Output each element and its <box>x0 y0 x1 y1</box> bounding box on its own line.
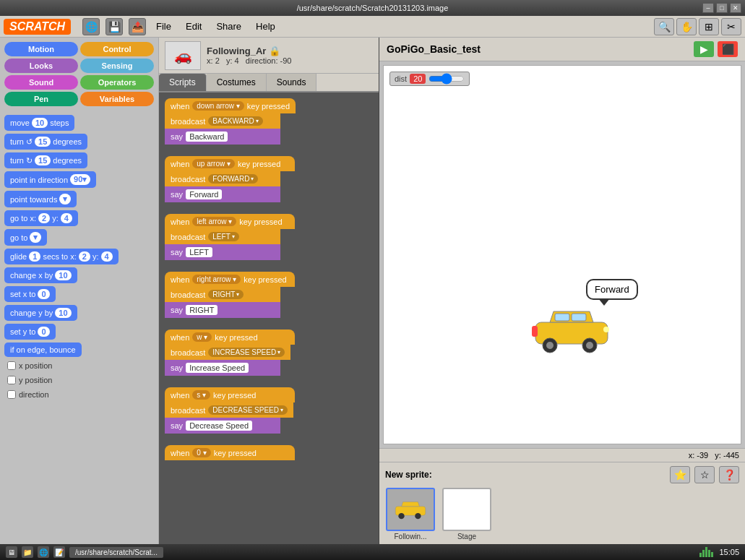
close-btn[interactable]: ✕ <box>730 3 741 13</box>
hat-down-arrow[interactable]: when down arrow ▾ key pressed <box>165 98 296 113</box>
taskbar-icon3[interactable]: 🌐 <box>38 546 49 558</box>
hat-up-arrow[interactable]: when up arrow ▾ key pressed <box>165 156 295 171</box>
save-icon[interactable]: 💾 <box>105 18 123 35</box>
sound-bar-4 <box>708 550 710 557</box>
block-change-y[interactable]: change y by 10 <box>4 305 77 321</box>
taskbar-app-icon[interactable]: 🖥 <box>6 546 17 558</box>
block-bounce[interactable]: if on edge, bounce <box>4 343 82 357</box>
var-slider[interactable] <box>429 76 465 82</box>
block-set-x[interactable]: set x to 0 <box>4 286 56 302</box>
block-say-increase[interactable]: say Increase Speed <box>165 360 280 376</box>
speech-bubble: Forward <box>586 279 638 300</box>
block-say-left[interactable]: say LEFT <box>165 244 280 260</box>
block-turn-ccw[interactable]: turn ↺ 15 degrees <box>4 134 87 150</box>
taskbar-window[interactable]: /usr/share/scratch/Scrat... <box>69 547 163 558</box>
main-content: Motion Control Looks Sensing Sound Opera… <box>0 38 745 544</box>
key-right-arrow: right arrow ▾ <box>192 275 241 284</box>
globe-icon[interactable]: 🌐 <box>82 18 100 35</box>
share-icon[interactable]: 📤 <box>129 18 146 35</box>
script-decrease-speed: when s ▾ key pressed broadcast DECREASE … <box>165 387 373 434</box>
block-say-forward[interactable]: say Forward <box>165 186 280 202</box>
stage-header: GoPiGo_Basic_test ▶ ⬛ <box>379 38 745 61</box>
tab-sounds[interactable]: Sounds <box>267 74 317 91</box>
y-position-checkbox[interactable] <box>7 376 16 384</box>
set-x-value: 0 <box>38 289 49 299</box>
hat-right-arrow[interactable]: when right arrow ▾ key pressed <box>165 272 295 287</box>
block-change-x[interactable]: change x by 10 <box>4 267 77 283</box>
svg-rect-1 <box>555 314 569 321</box>
block-goto-xy[interactable]: go to x: 2 y: 4 <box>4 210 78 226</box>
block-broadcast-backward[interactable]: broadcast BACKWARD ▾ <box>165 113 280 129</box>
zoom-tool[interactable]: 🔍 <box>654 18 674 35</box>
cat-operators[interactable]: Operators <box>80 75 154 90</box>
block-say-decrease[interactable]: say Decrease Speed <box>165 418 280 434</box>
direction-checkbox[interactable] <box>7 390 16 399</box>
stage-sprite: Forward <box>528 304 615 357</box>
change-y-value: 10 <box>55 308 71 318</box>
block-goto[interactable]: go to ▾ <box>4 229 47 246</box>
hat-w-key[interactable]: when w ▾ key pressed <box>165 329 295 345</box>
sprite-item-stage[interactable]: Stage <box>442 488 492 540</box>
cat-variables[interactable]: Variables <box>80 92 154 106</box>
question-icon[interactable]: ❓ <box>719 466 739 483</box>
cat-sensing[interactable]: Sensing <box>80 59 154 73</box>
block-move[interactable]: move 10 steps <box>4 115 74 131</box>
share-menu[interactable]: Share <box>212 20 246 33</box>
cat-pen[interactable]: Pen <box>4 92 78 106</box>
tab-scripts[interactable]: Scripts <box>159 74 207 91</box>
minimize-btn[interactable]: – <box>702 3 714 13</box>
cat-sound[interactable]: Sound <box>4 75 78 90</box>
block-turn-cw[interactable]: turn ↻ 15 degrees <box>4 152 87 168</box>
delete-tool[interactable]: ✂ <box>721 18 741 35</box>
block-broadcast-increase[interactable]: broadcast INCREASE SPEED ▾ <box>165 345 290 360</box>
sprite-panel-header: New sprite: ⭐ ☆ ❓ <box>385 466 739 483</box>
hat-left-arrow[interactable]: when left arrow ▾ key pressed <box>165 214 295 229</box>
hat-0-key[interactable]: when 0 ▾ key pressed <box>165 445 295 460</box>
svg-point-7 <box>603 327 609 332</box>
cat-control[interactable]: Control <box>80 42 154 56</box>
tab-costumes[interactable]: Costumes <box>207 74 267 91</box>
script-left: when left arrow ▾ key pressed broadcast … <box>165 214 373 260</box>
lock-icon: 🔒 <box>269 46 280 56</box>
sound-bars <box>699 547 713 557</box>
taskbar-icon4[interactable]: 📝 <box>53 546 65 558</box>
block-broadcast-left[interactable]: broadcast LEFT ▾ <box>165 229 280 244</box>
duplicate-tool[interactable]: ⊞ <box>699 18 719 35</box>
block-broadcast-decrease[interactable]: broadcast DECREASE SPEED ▾ <box>165 402 293 418</box>
block-glide[interactable]: glide 1 secs to x: 2 y: 4 <box>4 249 119 264</box>
category-grid: Motion Control Looks Sensing Sound Opera… <box>0 38 158 111</box>
cat-looks[interactable]: Looks <box>4 59 78 73</box>
block-broadcast-right[interactable]: broadcast RIGHT ▾ <box>165 287 280 302</box>
blocks-area: move 10 steps turn ↺ 15 degrees turn ↻ 1… <box>0 111 158 544</box>
star-icon[interactable]: ⭐ <box>670 466 690 483</box>
block-set-y[interactable]: set y to 0 <box>4 324 56 340</box>
block-y-position[interactable]: y position <box>4 374 154 386</box>
block-point-towards[interactable]: point towards ▾ <box>4 191 77 207</box>
center-area: 🚗 Following_Ar 🔒 x: 2 y: 4 direction: -9… <box>159 38 379 544</box>
maximize-btn[interactable]: □ <box>716 3 728 13</box>
stage-coords: x: -39 y: -445 <box>379 448 745 462</box>
edit-menu[interactable]: Edit <box>181 20 206 33</box>
hand-tool[interactable]: ✋ <box>676 18 697 35</box>
clock: 15:05 <box>719 548 739 556</box>
help-menu[interactable]: Help <box>251 20 280 33</box>
block-point-direction[interactable]: point in direction 90▾ <box>4 171 96 188</box>
taskbar-icon2[interactable]: 📁 <box>22 546 33 558</box>
hat-s-key[interactable]: when s ▾ key pressed <box>165 387 295 402</box>
block-broadcast-forward[interactable]: broadcast FORWARD ▾ <box>165 171 280 186</box>
block-direction[interactable]: direction <box>4 389 154 400</box>
green-flag-btn[interactable]: ▶ <box>694 41 714 57</box>
key-0: 0 ▾ <box>192 448 210 457</box>
sprite-info: Following_Ar 🔒 x: 2 y: 4 direction: -90 <box>207 46 291 65</box>
right-area: GoPiGo_Basic_test ▶ ⬛ dist 20 Forward <box>379 38 745 544</box>
stop-btn[interactable]: ⬛ <box>718 41 738 57</box>
block-x-position[interactable]: x position <box>4 360 154 371</box>
file-menu[interactable]: File <box>152 20 176 33</box>
block-say-backward[interactable]: say Backward <box>165 129 280 145</box>
cat-motion[interactable]: Motion <box>4 42 78 56</box>
block-say-right[interactable]: say RIGHT <box>165 302 280 318</box>
taskbar: 🖥 📁 🌐 📝 /usr/share/scratch/Scrat... 15:0… <box>0 544 745 560</box>
x-position-checkbox[interactable] <box>7 361 16 370</box>
sprite-item-following[interactable]: Followin... <box>385 488 436 540</box>
star-outline-icon[interactable]: ☆ <box>694 466 715 483</box>
